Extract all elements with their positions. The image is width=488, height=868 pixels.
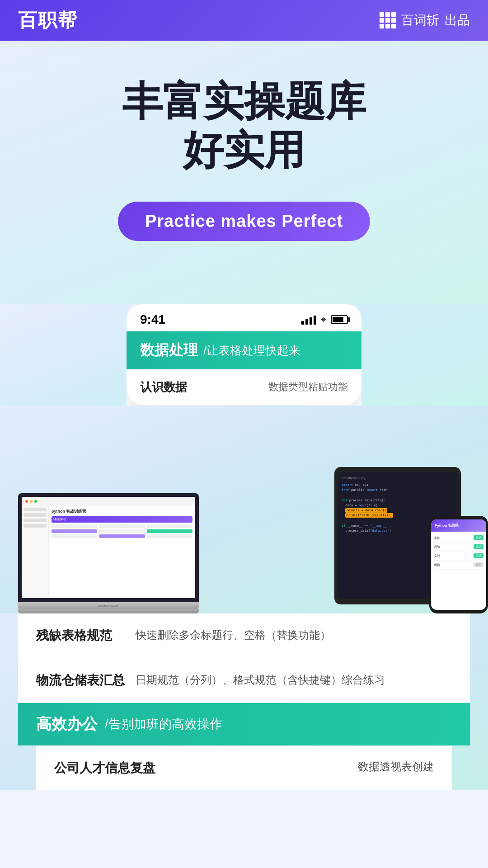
list-item-desc: 数据类型粘贴功能 bbox=[268, 380, 348, 394]
section2-header: 高效办公 /告别加班的高效操作 bbox=[18, 703, 470, 745]
laptop-title: python 实战训练营 bbox=[52, 509, 192, 514]
laptop-content: python 实战训练营 继续学习 bbox=[22, 506, 195, 598]
sp-row: 项目 锁定 bbox=[433, 561, 484, 570]
last-list-item: 公司人才信息复盘 数据透视表创建 bbox=[36, 745, 452, 790]
sp-label: 进阶 bbox=[434, 545, 440, 549]
devices-wrapper: python 实战训练营 继续学习 bbox=[0, 406, 488, 613]
sp-row: 实战 完成 bbox=[433, 552, 484, 561]
devices-section: python 实战训练营 继续学习 bbox=[0, 406, 488, 613]
laptop-bar: 继续学习 bbox=[52, 516, 192, 523]
hero-section: 丰富实操题库 好实用 Practice makes Perfect bbox=[0, 41, 488, 304]
phone-mockup: 9:41 ⌖ 数据处理 /让表格处理快起 bbox=[127, 304, 361, 406]
header-right: 百词斩 出品 bbox=[380, 12, 470, 29]
hero-title-line2: 好实用 bbox=[27, 126, 461, 175]
app-logo: 百职帮 bbox=[18, 8, 78, 33]
last-desc: 数据透视表创建 bbox=[358, 760, 434, 777]
small-phone-mockup: Python 实战题 基础 完成 进阶 完成 实战 完成 bbox=[429, 516, 488, 613]
bottom-list-item-2: 物流仓储表汇总 日期规范（分列）、格式规范（含快捷键）综合练习 bbox=[18, 658, 470, 703]
tablet-header: activityMain.py bbox=[342, 476, 454, 480]
laptop-topbar bbox=[22, 497, 195, 506]
sp-row: 进阶 完成 bbox=[433, 542, 484, 552]
sp-row: 基础 完成 bbox=[433, 533, 484, 542]
sp-screen: Python 实战题 基础 完成 进阶 完成 实战 完成 bbox=[431, 519, 486, 610]
publisher-name: 百词斩 bbox=[401, 12, 439, 29]
item-desc: 快速删除多余标题行、空格（替换功能） bbox=[127, 627, 452, 644]
laptop-bottom bbox=[18, 609, 199, 613]
item-label: 残缺表格规范 bbox=[36, 627, 127, 644]
item-label: 物流仓储表汇总 bbox=[36, 672, 127, 689]
sp-badge: 完成 bbox=[474, 535, 483, 540]
phone-time: 9:41 bbox=[140, 312, 165, 327]
bottom-list-card: 残缺表格规范 快速删除多余标题行、空格（替换功能） 物流仓储表汇总 日期规范（分… bbox=[18, 613, 470, 703]
laptop-screen: python 实战训练营 继续学习 bbox=[18, 493, 199, 602]
laptop-main: python 实战训练营 继续学习 bbox=[49, 506, 195, 598]
sp-badge: 完成 bbox=[474, 544, 483, 549]
status-bar: 9:41 ⌖ bbox=[127, 304, 361, 331]
publisher-icon bbox=[380, 12, 396, 28]
item-desc: 日期规范（分列）、格式规范（含快捷键）综合练习 bbox=[127, 672, 452, 689]
phone-status-icons: ⌖ bbox=[301, 314, 348, 326]
section2-tag: 高效办公 bbox=[36, 714, 98, 735]
sp-header: Python 实战题 bbox=[431, 519, 486, 532]
battery-icon bbox=[331, 315, 348, 324]
list-item-label: 认识数据 bbox=[140, 379, 187, 395]
section-tag: 数据处理 bbox=[140, 340, 198, 360]
section-sub: /让表格处理快起来 bbox=[203, 343, 300, 359]
phone-card: 9:41 ⌖ 数据处理 /让表格处理快起 bbox=[127, 304, 361, 406]
phone-list: 认识数据 数据类型粘贴功能 bbox=[127, 369, 361, 406]
signal-icon bbox=[301, 315, 316, 325]
laptop-sidebar bbox=[22, 506, 49, 598]
bottom-list-item-1: 残缺表格规范 快速删除多余标题行、空格（替换功能） bbox=[18, 613, 470, 658]
data-section-header: 数据处理 /让表格处理快起来 bbox=[127, 331, 361, 369]
sp-badge-locked: 锁定 bbox=[474, 562, 483, 567]
mockup-section: 9:41 ⌖ 数据处理 /让表格处理快起 bbox=[0, 304, 488, 406]
laptop-screen-inner: python 实战训练营 继续学习 bbox=[22, 497, 195, 598]
sp-frame: Python 实战题 基础 完成 进阶 完成 实战 完成 bbox=[429, 516, 488, 613]
laptop-base bbox=[18, 602, 199, 609]
wifi-icon: ⌖ bbox=[321, 314, 326, 326]
hero-title-line1: 丰富实操题库 bbox=[27, 77, 461, 126]
sp-label: 项目 bbox=[434, 563, 440, 567]
sp-badge: 完成 bbox=[474, 553, 483, 558]
hero-title: 丰富实操题库 好实用 bbox=[27, 77, 461, 175]
app-header: 百职帮 百词斩 出品 bbox=[0, 0, 488, 41]
sp-label: 实战 bbox=[434, 554, 440, 558]
laptop-mockup: python 实战训练营 继续学习 bbox=[18, 493, 199, 613]
phone-content: 数据处理 /让表格处理快起来 认识数据 数据类型粘贴功能 bbox=[127, 331, 361, 406]
laptop-bar-text: 继续学习 bbox=[53, 517, 66, 522]
hero-badge[interactable]: Practice makes Perfect bbox=[118, 202, 370, 241]
last-label: 公司人才信息复盘 bbox=[54, 760, 155, 777]
sp-content: 基础 完成 进阶 完成 实战 完成 项目 锁定 bbox=[431, 532, 486, 571]
list-item: 认识数据 数据类型粘贴功能 bbox=[140, 369, 348, 406]
section2-sub: /告别加班的高效操作 bbox=[105, 716, 222, 733]
publisher-suffix: 出品 bbox=[445, 12, 470, 29]
sp-label: 基础 bbox=[434, 536, 440, 540]
bottom-section: 残缺表格规范 快速删除多余标题行、空格（替换功能） 物流仓储表汇总 日期规范（分… bbox=[0, 613, 488, 790]
